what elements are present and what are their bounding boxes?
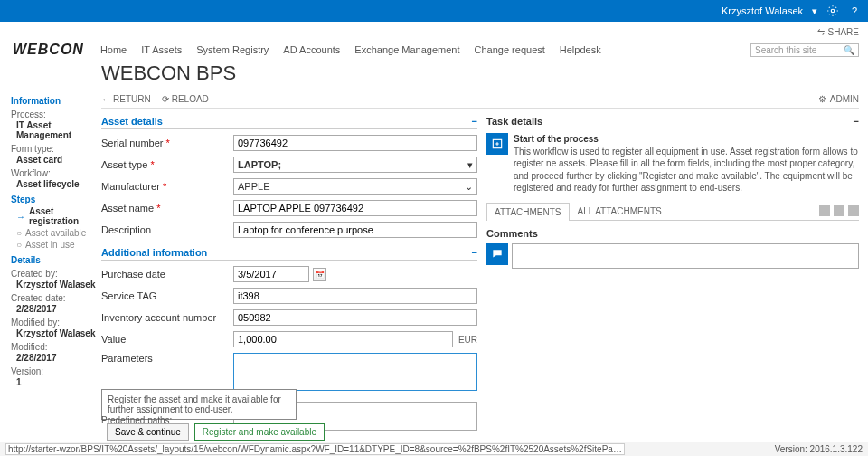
asset-type-dropdown[interactable]: LAPTOP;▾: [233, 157, 477, 173]
task-description: This workflow is used to register all eq…: [514, 147, 858, 194]
share-icon[interactable]: ⇋: [817, 27, 825, 37]
page-title: WEBCON BPS: [101, 62, 859, 85]
search-placeholder: Search this site: [755, 45, 816, 55]
new-icon[interactable]: [834, 205, 844, 216]
search-input[interactable]: Search this site 🔍: [750, 43, 859, 57]
save-continue-button[interactable]: Save & continue: [107, 423, 189, 441]
parameters-textarea[interactable]: [233, 353, 477, 391]
manufacturer-label: Manufacturer *: [101, 181, 228, 192]
collapse-icon[interactable]: −: [854, 116, 859, 127]
formtype-label: Form type:: [11, 144, 96, 154]
modified-label: Modified:: [11, 342, 96, 352]
attachment-tabs: ATTACHMENTS ALL ATTACHMENTS: [486, 202, 859, 221]
share-label[interactable]: SHARE: [828, 27, 859, 37]
sidebar: Information Process: IT Asset Management…: [0, 90, 101, 456]
purchase-date-label: Purchase date: [101, 269, 228, 280]
service-tag-label: Service TAG: [101, 290, 228, 301]
comment-icon: [486, 243, 508, 265]
task-name: Start of the process: [514, 134, 599, 144]
process-value: IT Asset Management: [16, 120, 96, 140]
nav-helpdesk[interactable]: Helpdesk: [560, 44, 601, 55]
modifiedby-value: Krzysztof Walasek: [16, 328, 96, 338]
nav-home[interactable]: Home: [100, 44, 127, 55]
serial-input[interactable]: [233, 135, 477, 151]
action-buttons: Save & continue Register and make availa…: [107, 423, 325, 441]
help-icon[interactable]: ?: [848, 5, 861, 17]
page-title-row: WEBCON BPS: [0, 62, 868, 90]
svg-point-0: [831, 9, 835, 13]
reload-button[interactable]: ⟳RELOAD: [162, 94, 209, 104]
circle-icon: ○: [16, 228, 22, 238]
asset-name-input[interactable]: [233, 200, 477, 216]
username[interactable]: Krzysztof Walasek: [722, 5, 803, 16]
ribbon-row: ⇋ SHARE: [0, 22, 868, 42]
nav-ad-accounts[interactable]: AD Accounts: [283, 44, 340, 55]
copy-icon[interactable]: [819, 205, 830, 216]
status-url: http://starter-wzor/BPS/IT%20Assets/_lay…: [5, 443, 625, 455]
modifiedby-label: Modified by:: [11, 318, 96, 328]
asset-type-label: Asset type *: [101, 159, 228, 170]
manufacturer-dropdown[interactable]: APPLE⌄: [233, 178, 477, 195]
value-unit: EUR: [458, 335, 477, 345]
createdby-value: Krzysztof Walasek: [16, 280, 96, 290]
nav-system-registry[interactable]: System Registry: [196, 44, 269, 55]
inventory-input[interactable]: [233, 309, 477, 326]
formtype-value: Asset card: [16, 155, 96, 165]
gear-icon[interactable]: [826, 5, 839, 17]
additional-info-header: Additional information −: [101, 247, 477, 261]
back-icon: ←: [101, 94, 110, 104]
version-label: Version:: [11, 366, 96, 376]
value-label: Value: [101, 334, 228, 345]
version-value: 1: [16, 377, 96, 387]
workflow-label: Workflow:: [11, 168, 96, 178]
collapse-icon[interactable]: −: [472, 116, 477, 127]
workflow-value: Asset lifecycle: [16, 179, 96, 189]
step-asset-registration[interactable]: →Asset registration: [16, 206, 96, 226]
chevron-down-icon[interactable]: ▾: [812, 5, 817, 17]
chevron-down-icon: ▾: [467, 159, 473, 171]
asset-details-header: Asset details −: [101, 116, 477, 129]
status-version: Version: 2016.1.3.122: [775, 444, 863, 454]
process-label: Process:: [11, 109, 96, 119]
calendar-icon[interactable]: 📅: [313, 268, 326, 281]
search-icon[interactable]: 🔍: [844, 45, 854, 55]
comments-header: Comments: [486, 228, 859, 240]
reload-icon: ⟳: [162, 94, 169, 104]
header: WEBCON Home IT Assets System Registry AD…: [0, 42, 868, 62]
tab-all-attachments[interactable]: ALL ATTACHMENTS: [570, 202, 670, 220]
parameters-label: Parameters: [101, 353, 228, 364]
task-icon: [486, 133, 508, 155]
task-details-header: Task details −: [486, 116, 859, 129]
details-column: Task details − Start of the process This…: [486, 109, 859, 456]
top-nav: Home IT Assets System Registry AD Accoun…: [100, 44, 601, 55]
circle-icon: ○: [16, 240, 22, 250]
step-asset-available[interactable]: ○Asset available: [16, 228, 96, 238]
description-label: Description: [101, 224, 228, 235]
step-asset-in-use[interactable]: ○Asset in use: [16, 240, 96, 250]
nav-change[interactable]: Change request: [475, 44, 545, 55]
purchase-date-input[interactable]: [233, 266, 309, 282]
nav-exchange[interactable]: Exchange Management: [354, 44, 459, 55]
collapse-icon[interactable]: −: [472, 247, 477, 258]
value-input[interactable]: [233, 331, 453, 347]
return-button[interactable]: ←RETURN: [101, 94, 151, 104]
tab-attachments[interactable]: ATTACHMENTS: [486, 203, 570, 221]
createdby-label: Created by:: [11, 269, 96, 279]
arrow-icon: →: [16, 212, 25, 222]
chevron-down-icon: ⌄: [465, 181, 473, 193]
scan-icon[interactable]: [848, 205, 859, 216]
register-available-button[interactable]: Register and make available: [194, 423, 325, 441]
createddate-value: 2/28/2017: [16, 304, 96, 314]
nav-it-assets[interactable]: IT Assets: [141, 44, 182, 55]
modified-value: 2/28/2017: [16, 353, 96, 363]
asset-name-label: Asset name *: [101, 203, 228, 214]
service-tag-input[interactable]: [233, 288, 477, 304]
sidebar-steps: Steps: [11, 195, 96, 204]
comment-input[interactable]: [512, 243, 859, 269]
gear-icon[interactable]: ⚙: [818, 94, 826, 104]
admin-button[interactable]: ADMIN: [830, 94, 859, 104]
serial-label: Serial number *: [101, 138, 228, 148]
description-input[interactable]: [233, 222, 477, 238]
suite-bar: Krzysztof Walasek ▾ ?: [0, 0, 868, 22]
createddate-label: Created date:: [11, 293, 96, 303]
